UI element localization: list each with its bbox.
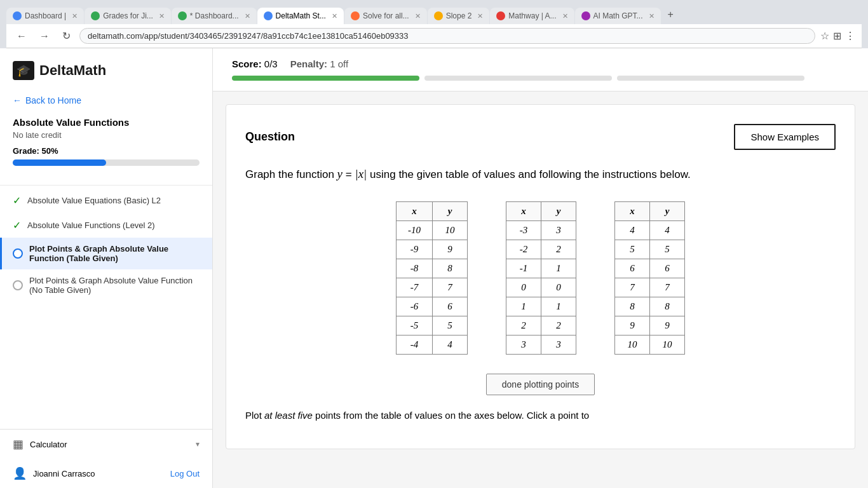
app-body: 🎓 DeltaMath ← Back to Home Absolute Valu… [0, 48, 868, 488]
tab-deltamath[interactable]: DeltaMath St... ✕ [257, 8, 344, 24]
check-icon: ✓ [13, 219, 21, 231]
main-content: Score: 0/3 Penalty: 1 off Question Show … [213, 48, 868, 488]
plot-instruction: Plot at least five points from the table… [245, 408, 836, 430]
back-to-home-label: Back to Home [25, 95, 81, 105]
logo-icon: 🎓 [13, 61, 34, 80]
table-row: -99 [397, 240, 468, 259]
show-examples-button[interactable]: Show Examples [734, 124, 836, 150]
tab-solve[interactable]: Solve for all... ✕ [344, 8, 427, 24]
back-to-home-link[interactable]: ← Back to Home [0, 90, 212, 111]
table-cell: 0 [506, 278, 541, 297]
sidebar-item-abs-equations[interactable]: ✓ Absolute Value Equations (Basic) L2 [0, 188, 212, 213]
table-cell: 4 [650, 220, 685, 240]
math-abs-x: |x| [355, 167, 367, 180]
table1-header-x: x [397, 201, 433, 220]
table-cell: 4 [615, 220, 650, 240]
sidebar-item-label: Plot Points & Graph Absolute Value Funct… [29, 244, 200, 263]
calculator-item[interactable]: ▦ Calculator ▾ [0, 430, 212, 459]
tab-close[interactable]: ✕ [477, 12, 483, 20]
table-row: 00 [506, 278, 576, 297]
sidebar-item-plot-notable[interactable]: Plot Points & Graph Absolute Value Funct… [0, 269, 212, 301]
table-cell: 9 [433, 240, 468, 259]
assignment-title: Absolute Value Functions [13, 117, 200, 128]
logout-button[interactable]: Log Out [170, 469, 200, 478]
table-cell: 4 [433, 335, 468, 354]
tab-label: AI Math GPT... [593, 11, 643, 20]
done-btn-row: done plotting points [245, 374, 836, 395]
tab-label: * Dashboard... [190, 11, 239, 20]
table-cell: 3 [541, 335, 576, 354]
table-cell: -10 [397, 220, 433, 240]
table-cell: 8 [433, 259, 468, 278]
check-icon: ✓ [13, 194, 21, 207]
table-row: -55 [397, 316, 468, 335]
new-tab-button[interactable]: + [661, 5, 680, 24]
tab-close[interactable]: ✕ [562, 12, 568, 20]
user-item-left: 👤 Jioanni Carrasco [13, 466, 95, 480]
tab-mathway[interactable]: Mathway | A... ✕ [490, 8, 574, 24]
sidebar-item-plot-table[interactable]: Plot Points & Graph Absolute Value Funct… [0, 238, 212, 269]
reload-button[interactable]: ↻ [58, 29, 74, 43]
table-row: 22 [506, 316, 576, 335]
table-cell: -9 [397, 240, 433, 259]
extension-icon[interactable]: ⊞ [833, 30, 841, 42]
question-label: Question [245, 130, 295, 144]
table-cell: 9 [615, 316, 650, 335]
forward-button[interactable]: → [36, 29, 53, 43]
menu-icon[interactable]: ⋮ [845, 30, 855, 42]
table-cell: 1 [541, 259, 576, 278]
tab-close[interactable]: ✕ [415, 12, 421, 20]
tab-favicon [264, 11, 273, 20]
table-cell: -1 [506, 259, 541, 278]
done-plotting-button[interactable]: done plotting points [486, 374, 595, 395]
penalty-value: 1 off [330, 58, 348, 69]
math-y: y [337, 167, 342, 180]
tab-label: Dashboard | [25, 11, 66, 20]
tab-favicon [351, 11, 360, 20]
calculator-icon: ▦ [13, 437, 24, 451]
table-cell: -7 [397, 278, 433, 297]
tab-slope[interactable]: Slope 2 ✕ [428, 8, 490, 24]
tab-favicon [13, 11, 22, 20]
table-row: -33 [506, 220, 576, 240]
tab-aimath[interactable]: AI Math GPT... ✕ [575, 8, 661, 24]
table-cell: 3 [541, 220, 576, 240]
table-cell: 0 [541, 278, 576, 297]
table-row: 66 [615, 259, 685, 278]
tab-close[interactable]: ✕ [649, 12, 654, 20]
tab-grades[interactable]: Grades for Ji... ✕ [85, 8, 171, 24]
logo-text: DeltaMath [39, 62, 106, 79]
sidebar-divider [0, 185, 212, 186]
bookmark-icon[interactable]: ☆ [820, 30, 829, 42]
toolbar-icons: ☆ ⊞ ⋮ [820, 30, 855, 42]
tabs-bar: Dashboard | ✕ Grades for Ji... ✕ * Dashb… [6, 5, 862, 24]
calculator-item-left: ▦ Calculator [13, 437, 67, 451]
user-icon: 👤 [13, 466, 27, 480]
progress-seg-green [232, 76, 419, 81]
back-button[interactable]: ← [13, 29, 31, 43]
table-cell: 2 [506, 316, 541, 335]
tab-favicon [178, 11, 187, 20]
value-table-3: x y 4455667788991010 [614, 201, 685, 355]
sidebar-item-abs-functions[interactable]: ✓ Absolute Value Functions (Level 2) [0, 213, 212, 238]
table-row: 88 [615, 297, 685, 316]
table-cell: 9 [650, 316, 685, 335]
tab-dashboard2[interactable]: * Dashboard... ✕ [172, 8, 257, 24]
sidebar-item-label: Absolute Value Functions (Level 2) [27, 220, 155, 230]
tab-close[interactable]: ✕ [159, 12, 165, 20]
tab-close[interactable]: ✕ [72, 12, 78, 20]
table-cell: 10 [650, 335, 685, 354]
table-cell: 1 [541, 297, 576, 316]
table-cell: 6 [433, 297, 468, 316]
value-table-1: x y -1010-99-88-77-66-55-44 [396, 201, 468, 355]
table-cell: 6 [650, 259, 685, 278]
tab-close[interactable]: ✕ [245, 12, 250, 20]
address-input[interactable] [79, 28, 815, 44]
score-bar: Score: 0/3 Penalty: 1 off [213, 48, 868, 92]
progress-seg-gray [424, 76, 612, 81]
table-cell: -2 [506, 240, 541, 259]
tab-dashboard1[interactable]: Dashboard | ✕ [6, 8, 84, 24]
table-cell: 5 [615, 240, 650, 259]
tab-favicon [496, 11, 505, 20]
tab-close[interactable]: ✕ [332, 12, 337, 20]
